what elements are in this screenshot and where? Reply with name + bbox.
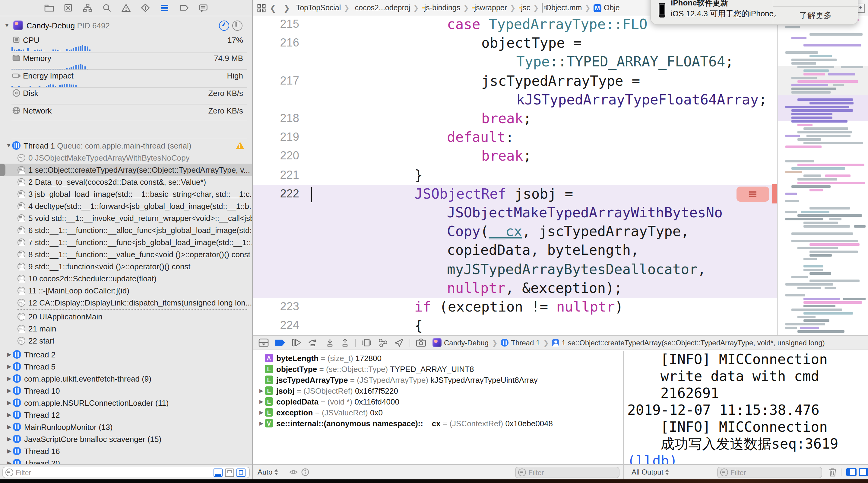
- search-navigator-icon[interactable]: [102, 3, 112, 13]
- thread-row[interactable]: ▶JavaScriptCore bmalloc scavenger (15): [0, 433, 252, 445]
- source-editor[interactable]: 215case TypedArrayType::FLO216objectType…: [253, 16, 777, 335]
- instruction-pointer-badge[interactable]: [737, 187, 769, 202]
- learn-more-button[interactable]: 了解更多: [773, 7, 858, 24]
- code-line[interactable]: JSObjectMakeTypedArrayWithBytesNo: [253, 203, 777, 222]
- code-line[interactable]: myJSTypedArrayBytesDeallocator,: [253, 260, 777, 279]
- code-line[interactable]: 218break;: [253, 109, 777, 128]
- memory-graph-icon[interactable]: [378, 338, 389, 347]
- code-line[interactable]: Copy(__cx, jscTypedArrayType,: [253, 222, 777, 241]
- disclosure-triangle-icon[interactable]: ▶: [7, 388, 13, 394]
- stack-frame-row[interactable]: 1 se::Object::createTypedArray(se::Objec…: [0, 164, 252, 176]
- report-navigator-icon[interactable]: [198, 3, 208, 13]
- filter-flag-icon[interactable]: [214, 468, 223, 477]
- disclosure-triangle-icon[interactable]: ▶: [259, 420, 263, 426]
- back-button-icon[interactable]: ❮: [270, 3, 276, 12]
- issue-navigator-icon[interactable]: [121, 3, 131, 13]
- info-icon[interactable]: [301, 468, 309, 476]
- eye-icon[interactable]: [289, 468, 298, 476]
- disclosure-triangle-icon[interactable]: ▶: [7, 448, 13, 454]
- screenshot-icon[interactable]: [415, 338, 427, 347]
- variables-scope-button[interactable]: Auto: [257, 465, 278, 479]
- step-out-icon[interactable]: [340, 338, 350, 347]
- code-line[interactable]: 222JSObjectRef jsobj =: [253, 185, 777, 203]
- source-control-navigator-icon[interactable]: [63, 3, 73, 13]
- test-navigator-icon[interactable]: [140, 3, 151, 13]
- stack-frame-row[interactable]: 0 JSObjectMakeTypedArrayWithBytesNoCopy: [0, 151, 252, 164]
- stack-frame-row[interactable]: 22 start: [0, 335, 252, 346]
- view-hierarchy-icon[interactable]: [361, 338, 372, 347]
- breadcrumb-item[interactable]: jswrapper: [474, 4, 507, 12]
- stack-frame-row[interactable]: 11 ::-[MainLoop doCaller:](id): [0, 284, 252, 296]
- disclosure-triangle-icon[interactable]: ▶: [7, 375, 13, 381]
- stack-frame-row[interactable]: 21 main: [0, 322, 252, 335]
- breadcrumb-item[interactable]: Thread 1: [511, 338, 540, 347]
- breadcrumb-item[interactable]: jsc: [521, 4, 530, 12]
- filter-grid-icon[interactable]: [237, 468, 246, 477]
- symbol-navigator-icon[interactable]: [82, 3, 93, 13]
- code-line[interactable]: 219default:: [253, 128, 777, 147]
- breadcrumb-item[interactable]: cocos2...odeproj: [355, 4, 410, 12]
- gauge-row-disk[interactable]: DiskZero KB/s: [0, 88, 252, 98]
- code-line[interactable]: 221}: [253, 166, 777, 184]
- code-line[interactable]: Type::TYPED_ARRAY_FLOAT64;: [253, 53, 777, 72]
- threads-view-button-icon[interactable]: [232, 20, 243, 30]
- thread-row[interactable]: ▶Thread 12: [0, 409, 252, 421]
- thread-row[interactable]: ▶Thread 10: [0, 385, 252, 397]
- disclosure-triangle-icon[interactable]: ▶: [7, 364, 13, 369]
- breadcrumb-item[interactable]: Obje: [604, 4, 620, 12]
- simulate-location-icon[interactable]: [394, 338, 404, 347]
- breakpoint-navigator-icon[interactable]: [179, 3, 189, 13]
- disclosure-triangle-icon[interactable]: ▶: [7, 400, 13, 406]
- gauge-row-cpu[interactable]: CPU17%: [0, 35, 252, 45]
- variables-filter-field[interactable]: Filter: [515, 467, 619, 478]
- filter-window-icon[interactable]: [225, 468, 234, 477]
- gauge-row-energy-impact[interactable]: Energy ImpactHigh: [0, 70, 252, 80]
- debug-navigator-icon[interactable]: [159, 3, 170, 13]
- related-items-icon[interactable]: [257, 3, 266, 12]
- clear-console-icon[interactable]: [828, 467, 837, 476]
- stack-frame-row[interactable]: 9 std::__1::function<void ()>::operator(…: [0, 260, 252, 272]
- code-line[interactable]: 217jscTypedArrayType =: [253, 72, 777, 90]
- code-line[interactable]: 216objectType =: [253, 34, 777, 53]
- code-line[interactable]: kJSTypedArrayTypeFloat64Array;: [253, 90, 777, 109]
- sidebar-filter-field[interactable]: Filter: [2, 467, 250, 478]
- stack-frame-row[interactable]: 20 UIApplicationMain: [0, 310, 252, 322]
- code-line[interactable]: 223if (exception != nullptr): [253, 297, 777, 316]
- breakpoints-toggle-icon[interactable]: [275, 339, 286, 346]
- dock-debug-left-icon[interactable]: [846, 468, 857, 476]
- project-navigator-icon[interactable]: [44, 3, 54, 13]
- code-line[interactable]: copiedData, byteLength,: [253, 241, 777, 260]
- disclosure-triangle-icon[interactable]: ▶: [7, 351, 13, 358]
- code-line[interactable]: nullptr, &exception);: [253, 279, 777, 297]
- disclosure-triangle-icon[interactable]: ▶: [7, 412, 13, 418]
- thread-row[interactable]: ▶com.apple.uikit.eventfetch-thread (9): [0, 372, 252, 385]
- variable-row[interactable]: AbyteLength = (size_t) 172800: [253, 352, 623, 364]
- console-view[interactable]: [INFO] MICConnectionwrite data with cmd2…: [623, 351, 868, 465]
- stack-frame-row[interactable]: 4 decltype(std::__1::forward<jsb_global_…: [0, 200, 252, 212]
- console-filter-field[interactable]: Filter: [717, 467, 822, 478]
- code-line[interactable]: 220break;: [253, 147, 777, 166]
- thread-row[interactable]: ▶com.apple.NSURLConnectionLoader (11): [0, 397, 252, 409]
- breadcrumb-item[interactable]: Candy-Debug: [444, 338, 489, 347]
- variable-row[interactable]: LjscTypedArrayType = (JSTypedArrayType) …: [253, 374, 623, 385]
- breadcrumb-item[interactable]: js-bindings: [424, 4, 461, 12]
- breadcrumb-item[interactable]: 1 se::Object::createTypedArray(se::Objec…: [562, 338, 825, 347]
- continue-icon[interactable]: [291, 338, 302, 347]
- gauge-row-memory[interactable]: Memory74.9 MB: [0, 53, 252, 63]
- thread-1-header[interactable]: ▼Thread 1 Queue: com.apple.main-thread (…: [0, 139, 252, 151]
- variable-row[interactable]: ▶Vse::internal::(anonymous namespace)::_…: [253, 418, 623, 429]
- stack-frame-row[interactable]: 8 std::__1::__function::__value_func<voi…: [0, 248, 252, 260]
- stack-frame-row[interactable]: 5 void std::__1::__invoke_void_return_wr…: [0, 212, 252, 224]
- disclosure-triangle-icon[interactable]: ▼: [6, 142, 12, 148]
- stack-frame-row[interactable]: 2 Data_to_seval(cocos2d::Data const&, se…: [0, 176, 252, 188]
- stack-frame-row[interactable]: 7 std::__1::__function::__func<jsb_globa…: [0, 236, 252, 248]
- disclosure-triangle-icon[interactable]: ▶: [7, 436, 13, 442]
- process-row[interactable]: ▼ Candy-Debug PID 6492: [0, 20, 252, 31]
- thread-row[interactable]: ▶Thread 16: [0, 445, 252, 457]
- variable-row[interactable]: LobjectType = (se::Object::Type) TYPED_A…: [253, 364, 623, 374]
- disclosure-triangle-icon[interactable]: ▼: [4, 22, 10, 28]
- hide-debug-area-icon[interactable]: [258, 338, 269, 347]
- stack-frame-row[interactable]: 3 jsb_global_load_image(std::__1::basic_…: [0, 188, 252, 200]
- console-scope-button[interactable]: All Output: [631, 465, 669, 479]
- stack-frame-row[interactable]: 10 cocos2d::Scheduler::update(float): [0, 272, 252, 284]
